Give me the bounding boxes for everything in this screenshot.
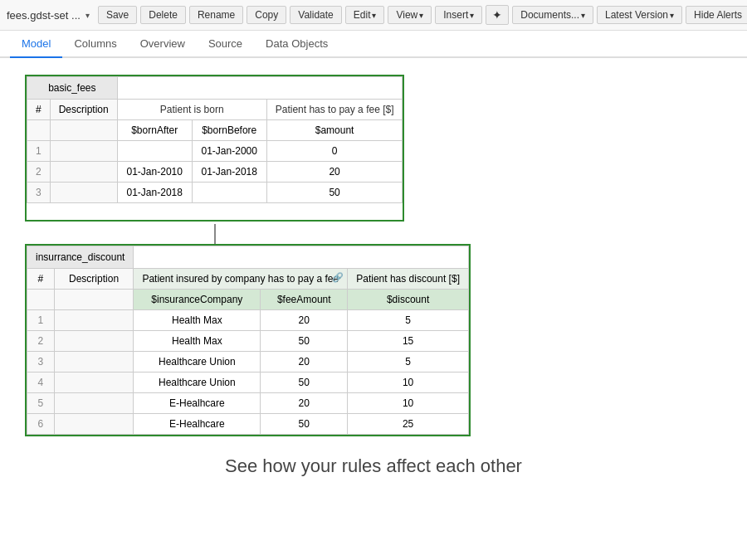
file-title: fees.gdst-set ... xyxy=(7,9,81,22)
edit-dropdown-icon: ▾ xyxy=(372,11,376,20)
insurance-table-wrapper: insurrance_discount # Description Patien… xyxy=(25,244,471,436)
insurance-table: insurrance_discount # Description Patien… xyxy=(27,246,469,435)
validate-button[interactable]: Validate xyxy=(290,6,341,24)
insert-dropdown-icon: ▾ xyxy=(470,11,474,20)
delete-button[interactable]: Delete xyxy=(140,6,186,24)
documents-button[interactable]: Documents... ▾ xyxy=(512,6,593,24)
tab-columns[interactable]: Columns xyxy=(62,31,128,58)
tab-overview[interactable]: Overview xyxy=(129,31,197,58)
table-row: 5 E-Healhcare 20 10 xyxy=(27,393,469,414)
header-group-row: # Description Patient is born Patient ha… xyxy=(27,100,403,120)
nav-tabs: Model Columns Overview Source Data Objec… xyxy=(0,31,747,58)
desc-header: Description xyxy=(50,100,117,120)
connector-line xyxy=(214,224,216,244)
connector xyxy=(25,224,374,244)
view-dropdown-icon: ▾ xyxy=(419,11,423,20)
ins-condition-group-header: Patient insured by company has to pay a … xyxy=(134,269,348,290)
table-row: 3 Healthcare Union 20 5 xyxy=(27,352,469,373)
table-row: 6 E-Healhcare 50 25 xyxy=(27,414,469,435)
basic-fees-table: basic_fees # Description Patient is born xyxy=(27,76,403,203)
hide-alerts-button[interactable]: Hide Alerts xyxy=(686,6,747,24)
top-bar: fees.gdst-set ... ▾ Save Delete Rename C… xyxy=(0,0,747,31)
table-row: 2 Health Max 50 15 xyxy=(27,331,469,352)
ins-hash-header: # xyxy=(27,269,55,290)
ins-company-col-header: $insuranceCompany xyxy=(134,290,261,310)
action-group-header: Patient has to pay a fee [$] xyxy=(266,100,403,120)
rename-button[interactable]: Rename xyxy=(189,6,243,24)
latest-version-dropdown-icon: ▾ xyxy=(670,11,674,20)
documents-dropdown-icon: ▾ xyxy=(581,11,585,20)
born-after-col-header: $bornAfter xyxy=(117,120,192,141)
amount-col-header: $amount xyxy=(266,120,403,141)
born-before-col-header: $bornBefore xyxy=(192,120,266,141)
table-title-row: basic_fees xyxy=(27,77,403,100)
copy-button[interactable]: Copy xyxy=(247,6,286,24)
bottom-text: See how your rules affect each other xyxy=(25,455,722,477)
table-row: 1 01-Jan-2000 0 xyxy=(27,141,403,162)
table-row: 4 Healthcare Union 50 10 xyxy=(27,373,469,393)
star-button[interactable]: ✦ xyxy=(486,5,509,25)
view-button[interactable]: View ▾ xyxy=(388,6,432,24)
table-row: 1 Health Max 20 5 xyxy=(27,310,469,331)
table-row: 3 01-Jan-2018 50 xyxy=(27,183,403,203)
insert-button[interactable]: Insert ▾ xyxy=(435,6,482,24)
basic-fees-table-wrapper: basic_fees # Description Patient is born xyxy=(25,75,404,222)
ins-desc-header: Description xyxy=(54,269,134,290)
ins-col-header-row: $insuranceCompany $feeAmount $discount xyxy=(27,290,469,310)
table-row: 2 01-Jan-2010 01-Jan-2018 20 xyxy=(27,162,403,183)
save-button[interactable]: Save xyxy=(98,6,137,24)
latest-version-button[interactable]: Latest Version ▾ xyxy=(597,6,682,24)
link-icon: 🔗 xyxy=(332,272,344,283)
ins-action-group-header: Patient has discount [$] xyxy=(348,269,469,290)
main-content: basic_fees # Description Patient is born xyxy=(0,58,747,552)
col-header-row: $bornAfter $bornBefore $amount xyxy=(27,120,403,141)
condition-group-header: Patient is born xyxy=(117,100,266,120)
ins-title-cell: insurrance_discount xyxy=(27,246,134,269)
table-title-cell: basic_fees xyxy=(27,77,118,100)
edit-button[interactable]: Edit ▾ xyxy=(345,6,385,24)
ins-fee-col-header: $feeAmount xyxy=(261,290,348,310)
ins-group-header-row: # Description Patient insured by company… xyxy=(27,269,469,290)
hash-header: # xyxy=(27,100,51,120)
tab-source[interactable]: Source xyxy=(197,31,254,58)
tab-data-objects[interactable]: Data Objects xyxy=(254,31,339,58)
ins-discount-col-header: $discount xyxy=(348,290,469,310)
tab-model[interactable]: Model xyxy=(10,31,62,58)
file-dropdown-arrow[interactable]: ▾ xyxy=(85,11,90,20)
ins-title-row: insurrance_discount xyxy=(27,246,469,269)
